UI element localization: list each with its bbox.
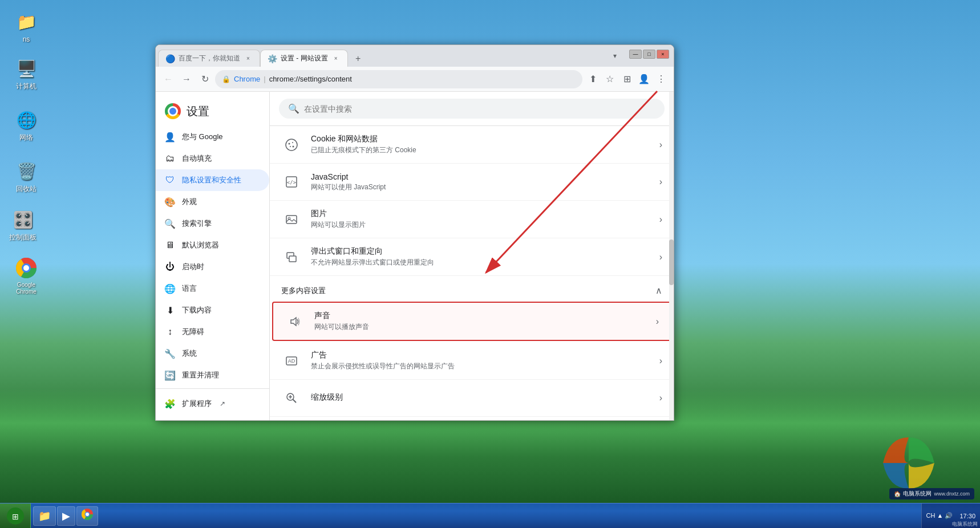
start-button[interactable]: ⊞ — [0, 503, 31, 529]
sidebar-label-google: 您与 Google — [182, 132, 223, 142]
settings-content: Cookie 和网站数据 已阻止无痕模式下的第三方 Cookie › </> — [270, 126, 674, 420]
sound-title: 声音 — [314, 311, 656, 321]
sidebar-item-browser[interactable]: 🖥 默认浏览器 — [156, 234, 269, 256]
desktop-icon-computer[interactable]: 🖥️ 计算机 — [6, 57, 47, 90]
setting-item-zoom[interactable]: 缩放级别 › — [270, 380, 674, 417]
ads-arrow: › — [659, 356, 662, 366]
popup-text: 弹出式窗口和重定向 不允许网站显示弹出式窗口或使用重定向 — [311, 246, 659, 267]
appearance-nav-icon: 🎨 — [165, 197, 175, 207]
cookie-text: Cookie 和网站数据 已阻止无痕模式下的第三方 Cookie — [311, 134, 659, 155]
sidebar-item-appearance[interactable]: 🎨 外观 — [156, 191, 269, 213]
security-icon: 🔒 — [222, 75, 230, 83]
minimize-button[interactable]: — — [629, 50, 642, 59]
settings-panel: 🔍 — [270, 92, 674, 420]
settings-header: 设置 — [156, 96, 269, 126]
sidebar-item-language[interactable]: 🌐 语言 — [156, 278, 269, 299]
sidebar-item-autofill[interactable]: 🗂 自动填充 — [156, 148, 269, 169]
setting-item-ads[interactable]: AD 广告 禁止会展示侵扰性或误导性广告的网站显示广告 › — [270, 342, 674, 380]
profile-button[interactable]: 👤 — [636, 71, 652, 87]
control-icon: 🎛️ — [11, 208, 34, 231]
reload-button[interactable]: ↻ — [197, 71, 213, 87]
tabs-dropdown[interactable]: ▾ — [613, 52, 617, 60]
sidebar-label-language: 语言 — [182, 283, 197, 294]
settings-title: 设置 — [187, 104, 209, 119]
settings-search-container: 🔍 — [270, 92, 674, 126]
extensions-nav-icon: 🧩 — [165, 399, 175, 409]
tab-baidu[interactable]: 🔵 百度一下，你就知道 × — [158, 50, 260, 67]
accessibility-nav-icon: ↕ — [165, 327, 175, 337]
desktop-icon-network[interactable]: 🌐 网络 — [6, 108, 47, 141]
cookie-icon — [281, 135, 302, 155]
sidebar-label-accessibility: 无障碍 — [182, 327, 204, 337]
search-input[interactable] — [304, 104, 655, 113]
extension-grid-button[interactable]: ⊞ — [619, 71, 635, 87]
more-settings-section[interactable]: 更多内容设置 ∧ — [270, 276, 674, 300]
sidebar-item-download[interactable]: ⬇ 下载内容 — [156, 299, 269, 321]
bookmark-button[interactable]: ☆ — [602, 71, 618, 87]
svg-point-5 — [286, 139, 297, 151]
google-nav-icon: 👤 — [165, 132, 175, 142]
url-bar[interactable]: 🔒 Chrome | chrome://settings/content — [215, 70, 582, 88]
tab-settings-close[interactable]: × — [331, 54, 341, 63]
sidebar-label-privacy: 隐私设置和安全性 — [182, 175, 241, 185]
url-chrome-label: Chrome — [234, 75, 260, 83]
taskbar-item-media[interactable]: ▶ — [57, 506, 75, 526]
language-nav-icon: 🌐 — [165, 283, 175, 294]
close-button[interactable]: × — [657, 50, 669, 59]
taskbar-item-folder[interactable]: 📁 — [33, 506, 56, 526]
images-text: 图片 网站可以显示图片 — [311, 209, 659, 230]
search-icon: 🔍 — [288, 103, 299, 114]
share-button[interactable]: ⬆ — [585, 71, 601, 87]
content-area: 设置 👤 您与 Google 🗂 自动填充 🛡 隐私设置和安全性 🎨 外观 — [156, 92, 674, 420]
sound-arrow: › — [656, 316, 659, 327]
sidebar-item-reset[interactable]: 🔄 重置并清理 — [156, 364, 269, 386]
sidebar-item-search[interactable]: 🔍 搜索引擎 — [156, 213, 269, 234]
setting-item-cookie[interactable]: Cookie 和网站数据 已阻止无痕模式下的第三方 Cookie › — [270, 126, 674, 164]
svg-point-33 — [86, 513, 89, 516]
toolbar-actions: ⬆ ☆ ⊞ 👤 ⋮ — [585, 71, 669, 87]
tab-strip: 🔵 百度一下，你就知道 × ⚙️ 设置 - 网站设置 × + — [158, 45, 366, 67]
browser-nav-icon: 🖥 — [165, 240, 175, 250]
images-desc: 网站可以显示图片 — [311, 220, 659, 230]
sidebar-label-search: 搜索引擎 — [182, 218, 212, 229]
zoom-arrow: › — [659, 393, 662, 403]
desktop-icon-recycle[interactable]: 🗑️ 回收站 — [6, 160, 47, 193]
sidebar-item-google[interactable]: 👤 您与 Google — [156, 126, 269, 148]
sidebar-item-about[interactable]: 关于 Chrome — [156, 415, 269, 420]
desktop-icon-chrome[interactable]: GoogleChrome — [6, 257, 47, 295]
forward-button[interactable]: → — [179, 71, 195, 87]
back-button[interactable]: ← — [160, 71, 176, 87]
zoom-title: 缩放级别 — [311, 392, 659, 403]
chrome-desktop-icon — [15, 257, 38, 279]
ads-text: 广告 禁止会展示侵扰性或误导性广告的网站显示广告 — [311, 350, 659, 371]
baidu-favicon: 🔵 — [165, 54, 175, 63]
setting-item-javascript[interactable]: </> JavaScript 网站可以使用 JavaScript › — [270, 164, 674, 201]
javascript-text: JavaScript 网站可以使用 JavaScript — [311, 172, 659, 192]
sidebar-item-privacy[interactable]: 🛡 隐私设置和安全性 — [156, 169, 269, 191]
desktop-icon-control[interactable]: 🎛️ 控制面板 — [2, 208, 43, 241]
sidebar-item-extensions[interactable]: 🧩 扩展程序 ↗ — [156, 393, 269, 415]
tab-settings[interactable]: ⚙️ 设置 - 网站设置 × — [260, 50, 348, 67]
taskbar-items: 📁 ▶ — [31, 503, 921, 528]
more-settings-label: 更多内容设置 — [281, 286, 326, 296]
taskbar-item-chrome[interactable] — [76, 506, 98, 526]
maximize-button[interactable]: □ — [643, 50, 655, 59]
sidebar-item-accessibility[interactable]: ↕ 无障碍 — [156, 321, 269, 343]
desktop-icon-ns[interactable]: 📁 ns — [6, 10, 47, 43]
setting-item-popup[interactable]: 弹出式窗口和重定向 不允许网站显示弹出式窗口或使用重定向 › — [270, 238, 674, 276]
sound-desc: 网站可以播放声音 — [314, 322, 656, 332]
url-text: chrome://settings/content — [269, 75, 352, 83]
panel-scrollbar[interactable] — [669, 92, 674, 420]
sidebar-item-startup[interactable]: ⏻ 启动时 — [156, 256, 269, 278]
tab-baidu-close[interactable]: × — [244, 54, 253, 63]
taskbar: ⊞ 📁 ▶ — [0, 503, 980, 528]
site-watermark: 🏠 电脑系统网 www.dnxtz.com — [889, 488, 974, 499]
new-tab-button[interactable]: + — [350, 51, 366, 67]
setting-item-sound[interactable]: 声音 网站可以播放声音 › — [272, 302, 671, 341]
menu-button[interactable]: ⋮ — [653, 71, 669, 87]
sidebar-item-system[interactable]: 🔧 系统 — [156, 343, 269, 364]
setting-item-images[interactable]: 图片 网站可以显示图片 › — [270, 201, 674, 238]
setting-item-pdf[interactable]: PDF PDF 文档 › — [270, 417, 674, 420]
ads-icon: AD — [281, 351, 302, 371]
settings-favicon: ⚙️ — [268, 54, 277, 63]
